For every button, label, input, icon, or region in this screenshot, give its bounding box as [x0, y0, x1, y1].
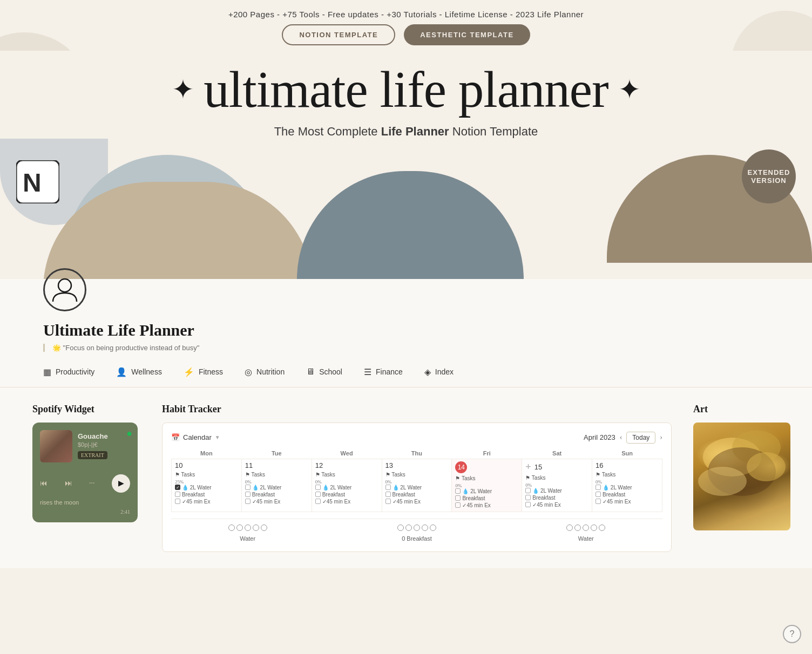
- water-label-16: 💧 2L Water: [603, 485, 632, 491]
- song-title: rises the moon: [40, 495, 130, 506]
- tab-school[interactable]: 🖥 School: [306, 363, 364, 382]
- svg-point-7: [747, 452, 786, 481]
- art-image: [693, 423, 790, 530]
- more-button[interactable]: ···: [89, 479, 95, 488]
- help-button[interactable]: ?: [783, 625, 801, 643]
- calendar-row: 10 ⚑ Tasks 25% ✓ 💧 2L Water Breakfast: [172, 459, 662, 512]
- breakfast-label-bottom: 0 Breakfast: [402, 535, 432, 542]
- tab-nutrition-label: Nutrition: [256, 367, 285, 376]
- spotify-section-label: Spotify Widget: [32, 404, 140, 415]
- extended-badge-line2: VERSION: [751, 176, 787, 185]
- svg-point-2: [58, 279, 71, 292]
- calendar-nav: April 2023 ‹ Today ›: [584, 432, 662, 444]
- tab-index[interactable]: ◈ Index: [424, 363, 475, 382]
- water-label-12: 💧 2L Water: [322, 485, 352, 491]
- check-water-15: [525, 488, 531, 493]
- tracker-card: 📅 Calendar ▼ April 2023 ‹ Today ›: [162, 423, 672, 552]
- next-month-button[interactable]: ›: [660, 433, 662, 442]
- spotify-album-art: [40, 430, 72, 462]
- today-button[interactable]: Today: [626, 432, 655, 444]
- tab-finance-label: Finance: [376, 367, 403, 376]
- hero-title-text: ultimate life planner: [204, 62, 608, 118]
- habit-breakfast-12: Breakfast: [315, 492, 378, 498]
- aesthetic-template-button[interactable]: AESTHETIC TEMPLATE: [404, 24, 530, 45]
- col-sun: Sun: [592, 448, 662, 459]
- prev-button[interactable]: ⏮: [40, 479, 48, 488]
- breakfast-label-13: Breakfast: [393, 492, 415, 498]
- art-section: Art: [682, 404, 790, 552]
- svg-text:N: N: [23, 168, 42, 197]
- top-banner: +200 Pages - +75 Tools - Free updates - …: [0, 0, 812, 51]
- content-section: Ultimate Life Planner 🌟 "Focus on being …: [0, 268, 812, 568]
- water-label-13: 💧 2L Water: [393, 485, 422, 491]
- tab-nutrition[interactable]: ◎ Nutrition: [245, 363, 306, 382]
- breakfast-label-16: Breakfast: [603, 492, 625, 498]
- ex-label-13: ✓45 min Ex: [393, 499, 421, 505]
- tab-finance[interactable]: ☰ Finance: [364, 363, 424, 382]
- day-11: 11 ⚑ Tasks 0% 💧 2L Water Breakfast: [241, 459, 312, 512]
- tab-wellness[interactable]: 👤 Wellness: [116, 363, 184, 382]
- circle2: [236, 524, 243, 531]
- add-day-button[interactable]: +: [525, 461, 531, 473]
- habit-breakfast-15: Breakfast: [525, 495, 588, 501]
- ex-label-15: ✓45 min Ex: [532, 502, 560, 508]
- tasks-14: ⚑ Tasks: [455, 475, 518, 481]
- water-label-bottom2: Water: [578, 535, 594, 542]
- date-14: 14: [455, 461, 467, 473]
- circle4: [253, 524, 259, 531]
- extended-badge: EXTENDED VERSION: [742, 149, 796, 203]
- habit-ex-15: ✓45 min Ex: [525, 502, 588, 508]
- banner-text: +200 Pages - +75 Tools - Free updates - …: [228, 10, 584, 19]
- calendar-label-text: Calendar: [183, 433, 212, 441]
- check-ex-14: [455, 502, 461, 508]
- tab-productivity[interactable]: ▦ Productivity: [43, 363, 116, 382]
- check-ex-12: [315, 499, 321, 504]
- col-mon: Mon: [172, 448, 242, 459]
- prev-month-button[interactable]: ‹: [620, 433, 622, 442]
- day-15: + 15 ⚑ Tasks 0% 💧 2L Water: [522, 459, 592, 512]
- tasks-16: ⚑ Tasks: [596, 472, 659, 478]
- check-water-10: ✓: [175, 485, 180, 490]
- check-breakfast-13: [385, 492, 391, 497]
- tasks-10: ⚑ Tasks: [175, 472, 238, 478]
- page-quote: 🌟 "Focus on being productive instead of …: [43, 344, 780, 352]
- notion-logo: N: [16, 160, 59, 203]
- pct-10: 25%: [175, 479, 238, 485]
- tab-wellness-label: Wellness: [131, 367, 162, 376]
- habit-water-14: 💧 2L Water: [455, 488, 518, 494]
- index-icon: ◈: [424, 367, 431, 377]
- bcircle2: [405, 524, 412, 531]
- breakfast-label-15: Breakfast: [532, 495, 555, 501]
- habit-ex-14: ✓45 min Ex: [455, 502, 518, 508]
- bcircle3: [414, 524, 420, 531]
- bcircle5: [430, 524, 436, 531]
- water-label-15: 💧 2L Water: [532, 488, 562, 494]
- page-title: Ultimate Life Planner: [43, 321, 780, 339]
- art-svg: [693, 423, 790, 530]
- tasks-11: ⚑ Tasks: [245, 472, 308, 478]
- shapes-area: N EXTENDED VERSION: [0, 139, 812, 279]
- habit-water-12: 💧 2L Water: [315, 485, 378, 491]
- tracker-top: 📅 Calendar ▼ April 2023 ‹ Today ›: [171, 432, 662, 444]
- breakfast-label-11: Breakfast: [252, 492, 275, 498]
- day-13: 13 ⚑ Tasks 0% 💧 2L Water Breakfast: [382, 459, 452, 512]
- check-water-11: [245, 485, 251, 490]
- tab-index-label: Index: [435, 367, 454, 376]
- pct-16: 0%: [596, 479, 659, 485]
- page-header: Ultimate Life Planner 🌟 "Focus on being …: [0, 268, 812, 352]
- wcircle3: [583, 524, 589, 531]
- habit-breakfast-13: Breakfast: [385, 492, 449, 498]
- productivity-icon: ▦: [43, 367, 51, 377]
- tab-fitness[interactable]: ⚡ Fitness: [184, 363, 245, 382]
- date-12: 12: [315, 461, 378, 469]
- habit-breakfast-10: Breakfast: [175, 492, 238, 498]
- play-button[interactable]: ▶: [112, 474, 130, 493]
- skip-button[interactable]: ⏭: [65, 479, 72, 488]
- date-11: 11: [245, 461, 308, 469]
- wellness-icon: 👤: [116, 367, 127, 377]
- date-10: 10: [175, 461, 238, 469]
- notion-template-button[interactable]: NOTION TEMPLATE: [282, 24, 395, 45]
- habit-breakfast-11: Breakfast: [245, 492, 308, 498]
- col-fri: Fri: [452, 448, 522, 459]
- spotify-logo-icon: ●: [126, 428, 132, 439]
